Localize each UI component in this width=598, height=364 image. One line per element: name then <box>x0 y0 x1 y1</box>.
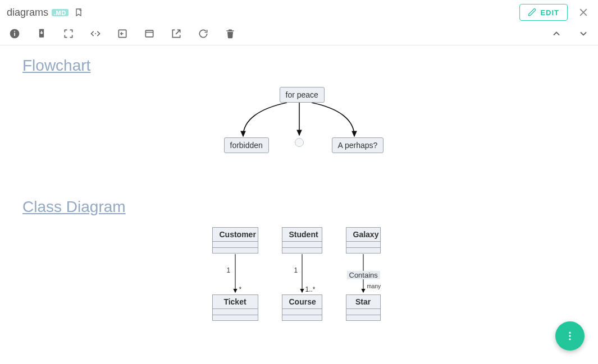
svg-point-7 <box>569 335 570 337</box>
svg-rect-5 <box>145 30 153 37</box>
flow-node-left: forbidden <box>224 137 269 153</box>
class-box-student: Student <box>282 227 322 254</box>
edit-button-label: EDIT <box>540 8 559 17</box>
download-icon[interactable] <box>36 28 47 39</box>
association-label: Contains <box>347 271 380 279</box>
chevron-up-icon[interactable] <box>551 28 562 39</box>
flow-node-middle-blank <box>295 138 304 147</box>
multiplicity-top: 1 <box>294 266 298 274</box>
open-external-icon[interactable] <box>171 28 182 39</box>
class-box-galaxy: Galaxy <box>346 227 381 254</box>
flow-node-right: A perhaps? <box>332 137 384 153</box>
edit-button[interactable]: EDIT <box>519 4 568 21</box>
class-diagram: Customer Ticket 1 * Student Course 1 1..… <box>212 227 386 334</box>
class-name: Galaxy <box>346 228 380 242</box>
svg-rect-1 <box>14 33 15 36</box>
trash-icon[interactable] <box>225 28 236 39</box>
class-box-customer: Customer <box>212 227 258 254</box>
content-area: Flowchart for peace forbidden A perhaps?… <box>0 45 598 359</box>
export-arrow-icon[interactable] <box>117 28 128 39</box>
svg-point-6 <box>569 332 570 334</box>
bookmark-icon[interactable] <box>74 8 83 17</box>
class-name: Student <box>282 228 322 242</box>
multiplicity-bottom: many <box>367 283 381 289</box>
class-name: Customer <box>213 228 258 242</box>
multiplicity-top: 1 <box>227 266 231 274</box>
info-icon[interactable] <box>9 28 20 39</box>
md-badge: .MD <box>52 9 69 16</box>
flowchart-heading: Flowchart <box>22 57 576 75</box>
document-title: diagrams <box>7 7 48 19</box>
code-icon[interactable] <box>90 28 101 39</box>
class-diagram-heading: Class Diagram <box>22 198 576 216</box>
flow-node-root: for peace <box>280 87 325 103</box>
fullscreen-icon[interactable] <box>63 28 74 39</box>
flowchart-diagram: for peace forbidden A perhaps? <box>221 86 378 164</box>
svg-rect-2 <box>14 31 15 32</box>
close-icon[interactable] <box>576 4 591 20</box>
svg-point-8 <box>569 338 570 340</box>
multiplicity-bottom: * <box>239 285 242 293</box>
svg-point-3 <box>95 33 96 34</box>
window-open-icon[interactable] <box>144 28 155 39</box>
fab-more-button[interactable] <box>555 321 585 351</box>
multiplicity-bottom: 1..* <box>305 285 316 293</box>
refresh-icon[interactable] <box>198 28 209 39</box>
chevron-down-icon[interactable] <box>578 28 589 39</box>
